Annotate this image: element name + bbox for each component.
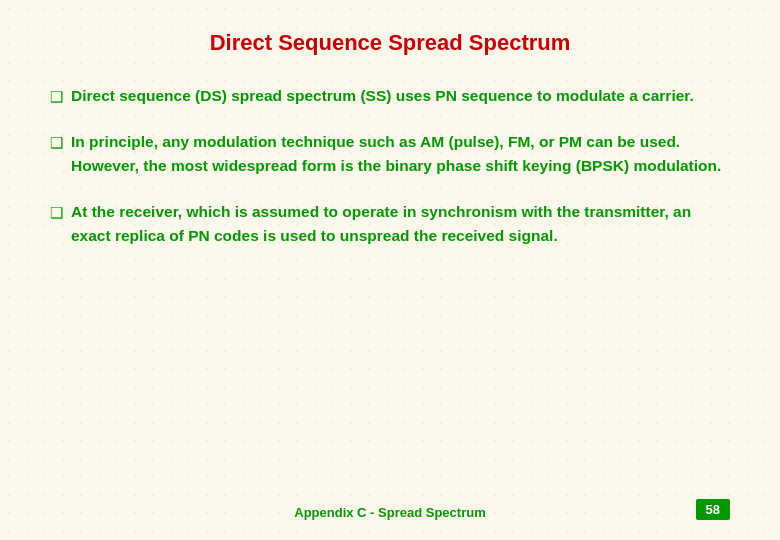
bullet-item-2: ❑ In principle, any modulation technique…	[50, 130, 730, 178]
footer: Appendix C - Spread Spectrum	[0, 505, 780, 520]
bullet-icon-3: ❑	[50, 201, 63, 224]
bullet-text-2: In principle, any modulation technique s…	[71, 130, 730, 178]
page-number: 58	[696, 499, 730, 520]
slide-title: Direct Sequence Spread Spectrum	[50, 30, 730, 56]
bullet-item-1: ❑ Direct sequence (DS) spread spectrum (…	[50, 84, 730, 108]
bullet-icon-1: ❑	[50, 85, 63, 108]
bullet-item-3: ❑ At the receiver, which is assumed to o…	[50, 200, 730, 248]
bullet-text-3: At the receiver, which is assumed to ope…	[71, 200, 730, 248]
bullet-text-1: Direct sequence (DS) spread spectrum (SS…	[71, 84, 730, 108]
footer-label: Appendix C - Spread Spectrum	[294, 505, 485, 520]
bullet-icon-2: ❑	[50, 131, 63, 154]
slide: Direct Sequence Spread Spectrum ❑ Direct…	[0, 0, 780, 540]
slide-content: ❑ Direct sequence (DS) spread spectrum (…	[50, 84, 730, 248]
